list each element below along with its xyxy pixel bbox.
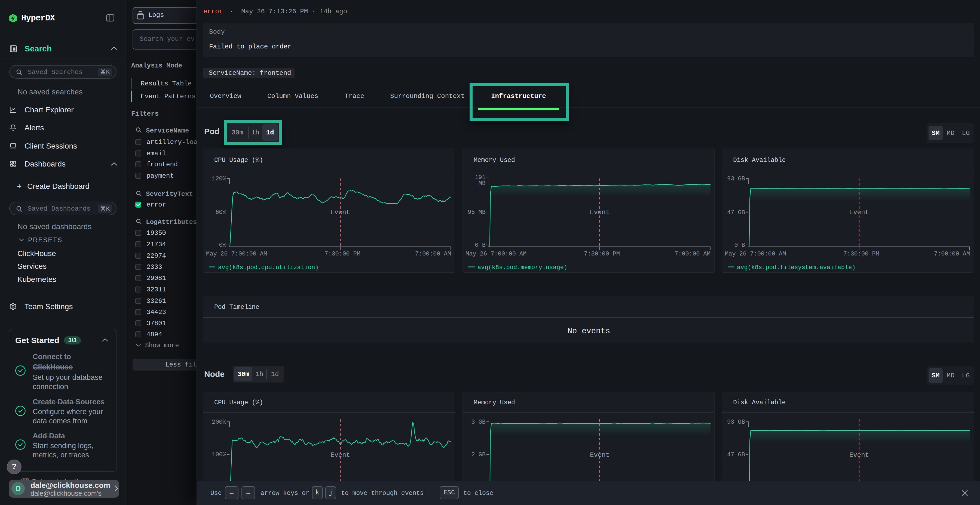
svg-text:7:00:00 AM: 7:00:00 AM — [675, 251, 711, 257]
svg-text:Event: Event — [590, 209, 609, 216]
svg-text:95 MB: 95 MB — [468, 209, 486, 216]
svg-text:CPU Usage (%): CPU Usage (%) — [214, 157, 263, 164]
svg-text:CPU Usage (%): CPU Usage (%) — [214, 399, 263, 406]
svg-text:200%: 200% — [212, 419, 226, 426]
svg-text:MB: MB — [479, 180, 486, 187]
svg-text:60%: 60% — [215, 209, 226, 216]
svg-text:2 GB: 2 GB — [471, 451, 486, 458]
svg-text:47 GB: 47 GB — [727, 451, 745, 458]
svg-text:avg(k8s.pod.filesystem.availab: avg(k8s.pod.filesystem.available) — [737, 264, 856, 271]
svg-text:100%: 100% — [212, 451, 226, 458]
svg-text:47 GB: 47 GB — [727, 209, 745, 216]
svg-text:Event: Event — [331, 209, 350, 216]
svg-text:Event: Event — [331, 451, 350, 459]
svg-text:avg(k8s.pod.memory.usage): avg(k8s.pod.memory.usage) — [477, 264, 567, 271]
svg-text:May 26 7:00:00 AM: May 26 7:00:00 AM — [725, 251, 786, 257]
svg-text:Event: Event — [850, 209, 869, 216]
svg-text:0 B: 0 B — [475, 242, 486, 249]
svg-text:Memory Used: Memory Used — [474, 399, 515, 406]
svg-text:0%: 0% — [219, 242, 226, 249]
svg-text:3 GB: 3 GB — [471, 419, 486, 426]
svg-text:Disk Available: Disk Available — [733, 399, 786, 406]
svg-text:Disk Available: Disk Available — [733, 157, 786, 164]
svg-text:7:30:00 PM: 7:30:00 PM — [843, 251, 879, 257]
svg-text:Event: Event — [590, 451, 609, 459]
svg-text:May 26 7:00:00 AM: May 26 7:00:00 AM — [206, 251, 267, 257]
svg-text:Memory Used: Memory Used — [474, 157, 515, 164]
svg-text:120%: 120% — [212, 176, 226, 182]
svg-text:avg(k8s.pod.cpu.utilization): avg(k8s.pod.cpu.utilization) — [218, 264, 319, 271]
svg-text:7:30:00 PM: 7:30:00 PM — [325, 251, 360, 257]
svg-text:May 26 7:00:00 AM: May 26 7:00:00 AM — [466, 251, 527, 257]
svg-text:7:30:00 PM: 7:30:00 PM — [584, 251, 620, 257]
svg-text:Event: Event — [850, 451, 869, 459]
svg-text:93 GB: 93 GB — [727, 419, 745, 426]
svg-text:0 B: 0 B — [734, 242, 745, 249]
svg-text:93 GB: 93 GB — [727, 176, 745, 182]
svg-text:7:00:00 AM: 7:00:00 AM — [934, 251, 970, 257]
svg-text:7:00:00 AM: 7:00:00 AM — [415, 251, 451, 257]
